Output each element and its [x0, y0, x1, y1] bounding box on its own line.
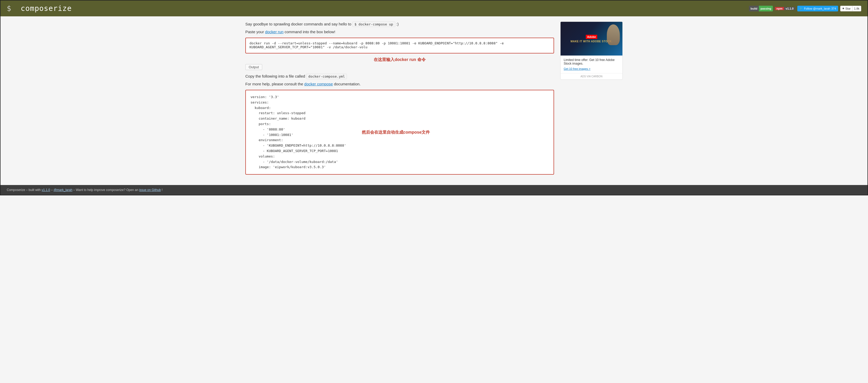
adobe-logo: Adobe [586, 35, 597, 39]
build-label: build [749, 6, 759, 11]
footer-github-issue-link[interactable]: issue on Github [139, 188, 161, 192]
github-star-count: 1.8k [852, 6, 861, 11]
docker-run-link[interactable]: docker run [265, 30, 283, 34]
output-section: Output Copy the following into a file ca… [245, 64, 554, 175]
footer: Composerize – built with v1.1.0 – @mark_… [1, 185, 867, 195]
ad-text-area: Limited time offer: Get 10 free Adobe St… [561, 56, 622, 73]
npm-version: v1.1.0 [784, 7, 795, 10]
ad-offer-text: Limited time offer: Get 10 free Adobe St… [564, 58, 619, 65]
ads-via-carbon: ADS VIA CARBON [561, 73, 622, 79]
adobe-logo-text: Adobe [587, 35, 596, 38]
filename-code: docker-compose.yml [306, 74, 347, 79]
twitter-label: Follow @mark_larah [804, 7, 830, 10]
github-icon: ★ [842, 7, 845, 10]
help-text: For more help, please consult the docker… [245, 82, 554, 86]
build-status: passing [759, 6, 773, 11]
ad-cta-link[interactable]: Get 10 free images > [564, 67, 590, 70]
intro-paragraph-1: Say goodbye to sprawling docker commands… [245, 22, 554, 27]
header: $ composerize build passing npm v1.1.0 🐦… [1, 1, 867, 16]
npm-badge[interactable]: npm v1.1.0 [775, 6, 795, 11]
ad-box: Adobe MAKE IT WITH ADOBE STOCK. Limited … [560, 22, 623, 80]
intro-paragraph-2: Paste your docker run command into the b… [245, 30, 554, 34]
npm-label: npm [775, 7, 784, 10]
twitter-bird-icon: 🐦 [799, 7, 803, 10]
twitter-count: 374 [831, 7, 836, 10]
ad-woman-illustration [607, 24, 620, 45]
output-annotation: 然后会在这里自动生成compose文件 [362, 129, 430, 136]
twitter-badge[interactable]: 🐦 Follow @mark_larah 374 [797, 6, 838, 11]
docker-compose-up-code: $ docker-compose up [352, 22, 395, 27]
github-stars-badge[interactable]: ★ Star 1.8k [840, 6, 861, 11]
output-box: version: '3.3' services: kuboard: restar… [245, 90, 554, 175]
dollar-sign: $ [7, 4, 11, 13]
footer-version-link[interactable]: v1.1.0 [41, 188, 50, 192]
ad-banner[interactable]: Adobe MAKE IT WITH ADOBE STOCK. [561, 22, 622, 56]
docker-run-input-wrapper [245, 38, 554, 54]
yaml-output: version: '3.3' services: kuboard: restar… [250, 95, 346, 170]
footer-author-link[interactable]: @mark_larah [54, 188, 72, 192]
ad-tagline: MAKE IT WITH ADOBE STOCK. [571, 40, 613, 43]
docker-run-input[interactable] [246, 38, 554, 52]
copy-text: Copy the following into a file called do… [245, 74, 554, 79]
build-badge[interactable]: build passing [749, 6, 773, 11]
output-tab[interactable]: Output [245, 64, 262, 70]
sidebar: Adobe MAKE IT WITH ADOBE STOCK. Limited … [560, 22, 623, 175]
site-title: $ composerize [7, 4, 72, 13]
github-star-label: ★ Star [840, 6, 852, 11]
main-content: Say goodbye to sprawling docker commands… [245, 22, 554, 175]
main-wrapper: Say goodbye to sprawling docker commands… [239, 16, 629, 180]
input-annotation: 在这里输入docker run 命令 [245, 57, 554, 63]
docker-compose-link[interactable]: docker compose [304, 82, 333, 86]
header-badges: build passing npm v1.1.0 🐦 Follow @mark_… [749, 6, 861, 11]
